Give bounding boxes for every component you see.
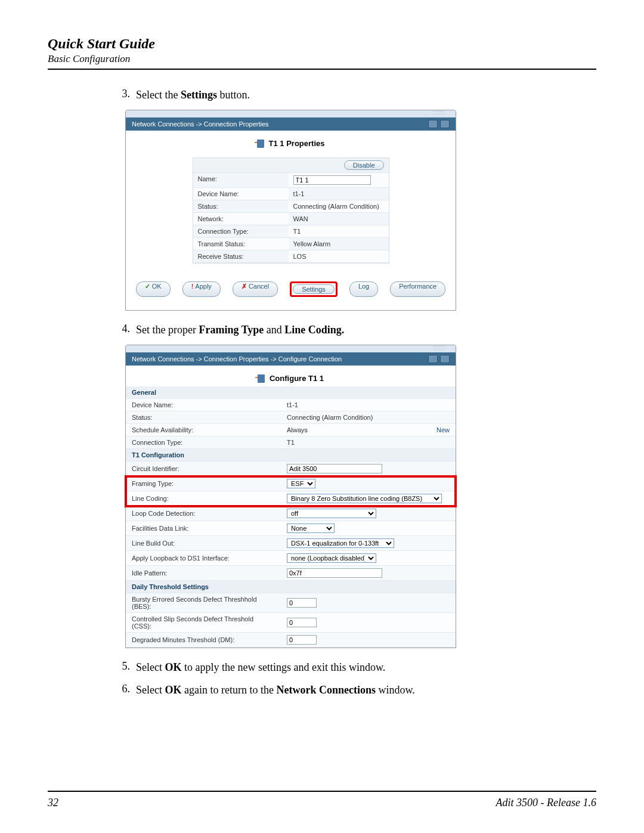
step-text: Select the Settings button. [136,88,596,103]
step-3: 3. Select the Settings button. [113,88,596,103]
doc-title: Quick Start Guide [48,36,596,52]
line-coding-select[interactable]: Binary 8 Zero Substitution line coding (… [287,494,442,503]
breadcrumb-bar: Network Connections -> Connection Proper… [126,117,456,131]
row-idle: Idle Pattern: [126,566,456,581]
label-name: Name: [193,173,289,188]
t1-properties-window: Network Connections -> Connection Proper… [125,110,456,311]
step-text: Select OK to apply the new settings and … [136,660,596,675]
css-input[interactable] [287,618,317,627]
step-number: 4. [113,323,130,337]
settings-button[interactable]: Settings [293,284,335,294]
window-chrome [126,110,456,117]
label-rx: Receive Status: [193,250,289,263]
circuit-id-input[interactable] [287,464,382,473]
value-ctype: T1 [289,225,389,238]
step-5: 5. Select OK to apply the new settings a… [113,660,596,675]
row-fdl: Facilities Data Link:None [126,521,456,536]
row-ctype: Connection Type:T1 [126,436,456,449]
step-text: Set the proper Framing Type and Line Cod… [136,323,596,337]
label-tx: Transmit Status: [193,238,289,250]
framing-type-select[interactable]: ESF [287,479,315,488]
row-css: Controlled Slip Seconds Defect Threshold… [126,613,456,633]
titlebar-icon[interactable] [428,355,438,363]
step-4: 4. Set the proper Framing Type and Line … [113,323,596,337]
disable-button[interactable]: Disable [344,160,384,170]
log-button[interactable]: Log [349,281,378,297]
config-table: General Device Name:t1-1 Status:Connecti… [126,386,456,476]
value-tx: Yellow Alarm [289,238,389,250]
lbo-select[interactable]: DSX-1 equalization for 0-133ft [287,538,394,548]
breadcrumb-bar: Network Connections -> Connection Proper… [126,352,456,366]
row-device: Device Name:t1-1 [126,399,456,411]
schedule-new-link[interactable]: New [436,426,450,433]
dm-input[interactable] [287,635,317,645]
button-row: ✓OK !Apply ✗Cancel Settings Log Performa… [126,275,456,310]
bes-input[interactable] [287,598,317,608]
breadcrumb: Network Connections -> Connection Proper… [132,355,342,363]
doc-subtitle: Basic Configuration [48,53,596,65]
fdl-select[interactable]: None [287,524,335,533]
product-release: Adit 3500 - Release 1.6 [496,797,596,809]
performance-button[interactable]: Performance [390,281,445,297]
row-cid: Circuit Identifier: [126,462,456,476]
properties-grid: Disable Name: Device Name: t1-1 Status: … [193,157,389,264]
header-rule [48,69,596,70]
row-schedule: Schedule Availability:AlwaysNew [126,424,456,436]
ok-button[interactable]: ✓OK [136,281,171,297]
panel-title: Configure T1 1 [126,366,456,386]
step-text: Select OK again to return to the Network… [136,683,596,698]
footer-rule [48,791,596,792]
titlebar-icons [428,120,450,128]
step-number: 3. [113,88,130,103]
disable-row: Disable [193,158,389,173]
section-daily: Daily Threshold Settings [126,581,456,593]
main-content: 3. Select the Settings button. Network C… [113,88,596,698]
screenshot-2: Network Connections -> Connection Proper… [125,345,596,648]
x-icon: ✗ [242,283,247,290]
framing-linecoding-highlight: Framing Type:ESF Line Coding:Binary 8 Ze… [126,476,456,506]
window-chrome [126,345,456,352]
value-status: Connecting (Alarm Condition) [289,200,389,213]
connection-icon [258,374,265,383]
titlebar-icon[interactable] [440,120,450,128]
row-status: Status:Connecting (Alarm Condition) [126,411,456,424]
loopback-select[interactable]: none (Loopback disabled) [287,553,376,563]
loop-detect-select[interactable]: off [287,509,376,518]
page-header: Quick Start Guide Basic Configuration [48,36,596,70]
row-dm: Degraded Minutes Threshold (DM): [126,633,456,648]
step-number: 6. [113,683,130,698]
config-table-highlight: Framing Type:ESF Line Coding:Binary 8 Ze… [126,476,456,506]
value-rx: LOS [289,250,389,263]
titlebar-icon[interactable] [440,355,450,363]
configure-t1-window: Network Connections -> Connection Proper… [125,345,456,648]
titlebar-icons [428,355,450,363]
row-bes: Bursty Errored Seconds Defect Threshhold… [126,593,456,613]
apply-button[interactable]: !Apply [182,281,221,297]
titlebar-icon[interactable] [428,120,438,128]
name-input[interactable] [293,175,371,185]
check-icon: ✓ [145,283,150,290]
row-loop: Loop Code Detection:off [126,506,456,521]
section-t1cfg: T1 Configuration [126,449,456,462]
idle-pattern-input[interactable] [287,568,382,578]
label-network: Network: [193,213,289,225]
connection-icon [257,140,264,148]
exclaim-icon: ! [191,283,194,290]
value-name [289,173,389,188]
step-number: 5. [113,660,130,675]
row-framing: Framing Type:ESF [126,476,456,491]
config-table-cont: Loop Code Detection:off Facilities Data … [126,506,456,648]
value-network: WAN [289,213,389,225]
row-lbo: Line Build Out:DSX-1 equalization for 0-… [126,536,456,551]
section-general: General [126,386,456,399]
row-loopback: Apply Loopback to DS1 Interface:none (Lo… [126,551,456,566]
cancel-button[interactable]: ✗Cancel [233,281,278,297]
panel-title: T1 1 Properties [126,131,456,151]
page-footer: 32 Adit 3500 - Release 1.6 [48,791,596,809]
label-ctype: Connection Type: [193,225,289,238]
label-device: Device Name: [193,188,289,200]
value-device: t1-1 [289,188,389,200]
settings-highlight: Settings [290,281,338,297]
label-status: Status: [193,200,289,213]
page-number: 32 [48,797,58,809]
